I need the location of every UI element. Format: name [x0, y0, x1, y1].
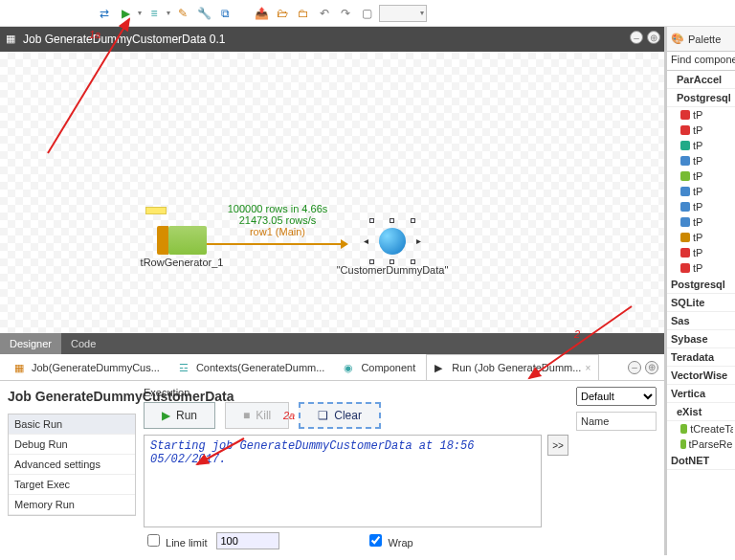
component-label: "CustomerDummyData" [335, 264, 450, 276]
component-label: tRowGenerator_1 [134, 257, 230, 268]
component-icon [680, 202, 690, 212]
undo-icon[interactable]: ↶ [316, 5, 333, 22]
palette-cat[interactable]: Sas [667, 312, 735, 330]
minimize-icon[interactable]: – [628, 361, 641, 374]
palette-item[interactable]: tP [667, 153, 735, 168]
flow-arrow-icon [341, 239, 348, 249]
component-icon [680, 125, 690, 135]
palette-cat[interactable]: SQLite [667, 294, 735, 312]
palette-item[interactable]: tCreateTable [667, 421, 735, 437]
nav-debug-run[interactable]: Debug Run [9, 435, 135, 455]
maximize-icon[interactable]: ⊕ [645, 361, 658, 374]
clear-button[interactable]: ❏Clear [299, 402, 381, 429]
expand-button[interactable]: >> [547, 435, 568, 456]
wrap-checkbox[interactable]: Wrap [366, 531, 412, 549]
palette-item[interactable]: tP [667, 138, 735, 153]
palette-cat-dotnet[interactable]: DotNET [667, 452, 735, 470]
play-dropdown[interactable]: ▾ [138, 9, 142, 17]
palette-item[interactable]: tP [667, 107, 735, 123]
component-icon [680, 187, 690, 196]
palette-item[interactable]: tP [667, 214, 735, 230]
chain-icon[interactable]: ⧉ [216, 5, 234, 22]
execution-label: Execution [144, 387, 568, 398]
stop-icon: ■ [243, 409, 250, 422]
tab-code[interactable]: Code [61, 333, 105, 354]
tab-job[interactable]: ▦Job(GenerateDummyCus... [6, 354, 168, 380]
run-view-icon: ▶ [434, 362, 448, 374]
palette-item[interactable]: tP [667, 123, 735, 138]
palette-item[interactable]: tP [667, 199, 735, 214]
run-button[interactable]: ▶Run [144, 402, 215, 429]
palette-cat[interactable]: Postgresql [667, 276, 735, 294]
palette-icon: 🎨 [671, 33, 684, 45]
redo-icon[interactable]: ↷ [337, 5, 354, 22]
clear-icon: ❏ [318, 409, 328, 422]
palette-cat[interactable]: Sybase [667, 330, 735, 348]
tab-run[interactable]: ▶Run (Job GenerateDumm...× [426, 354, 599, 380]
run-view: Job GenerateDummyCustomerData Basic Run … [0, 381, 664, 555]
run-nav: Basic Run Debug Run Advanced settings Ta… [8, 414, 136, 516]
editor-mode-tabs: Designer Code [0, 333, 664, 354]
editor-tab[interactable]: ▦ Job GenerateDummyCustomerData 0.1 × – … [0, 27, 664, 52]
palette-cat-paraccel[interactable]: ParAccel [667, 71, 735, 89]
open3-icon[interactable]: 🗀 [295, 5, 312, 22]
palette-item[interactable]: tP [667, 184, 735, 199]
zoom-combo[interactable]: ▾ [379, 5, 427, 22]
nav-basic-run[interactable]: Basic Run [9, 414, 135, 435]
doc-icon[interactable]: ▢ [358, 5, 375, 22]
tab-component[interactable]: ◉Component [335, 354, 424, 380]
design-canvas[interactable]: tRowGenerator_1 ◂ ▸ [0, 52, 664, 333]
component-icon [680, 248, 690, 258]
tab-designer[interactable]: Designer [0, 333, 61, 354]
palette-search[interactable]: Find component [667, 52, 735, 71]
palette-item[interactable]: tParseRecordSet [667, 437, 735, 452]
palette-item[interactable]: tP [667, 260, 735, 276]
palette-cat-postgresql[interactable]: Postgresql [667, 89, 735, 107]
flow-link[interactable] [207, 243, 343, 245]
component-icon: ◉ [344, 362, 357, 374]
subjob-header[interactable] [145, 207, 167, 214]
component-icon [680, 156, 690, 166]
minimize-icon[interactable]: – [630, 31, 643, 44]
open1-icon[interactable]: 📤 [253, 5, 270, 22]
component-icon [680, 263, 690, 273]
context-select[interactable]: Default [576, 387, 657, 406]
wrench-icon[interactable]: 🔧 [195, 5, 212, 22]
run-heading: Job GenerateDummyCustomerData [8, 389, 136, 404]
arrows-icon[interactable]: ⇄ [96, 5, 113, 22]
palette-panel: 🎨 Palette Find component ParAccel Postgr… [666, 27, 735, 555]
close-icon[interactable]: × [585, 363, 590, 373]
component-icon [680, 141, 690, 150]
component-icon [680, 424, 687, 434]
play-icon[interactable]: ▶ [117, 5, 134, 22]
db-icon[interactable]: ≡ [145, 5, 163, 22]
job-view-icon: ▦ [14, 362, 28, 374]
component-icon [680, 233, 690, 242]
maximize-icon[interactable]: ⊕ [647, 31, 660, 44]
nav-memory-run[interactable]: Memory Run [9, 495, 135, 515]
palette-cat[interactable]: VectorWise [667, 367, 735, 385]
contexts-icon: ☲ [179, 362, 192, 374]
palette-item[interactable]: tP [667, 168, 735, 184]
console-output[interactable]: Starting job GenerateDummyCustomerData a… [144, 435, 542, 527]
play-icon: ▶ [162, 409, 170, 422]
line-limit-input[interactable] [216, 532, 279, 549]
palette-item[interactable]: tP [667, 245, 735, 260]
open2-icon[interactable]: 🗁 [274, 5, 291, 22]
nav-advanced-settings[interactable]: Advanced settings [9, 455, 135, 475]
palette-cat[interactable]: Vertica [667, 385, 735, 403]
palette-cat-exist[interactable]: eXist [667, 403, 735, 421]
palette-cat[interactable]: Teradata [667, 348, 735, 367]
line-limit-checkbox[interactable]: Line limit [144, 531, 207, 549]
edit-icon[interactable]: ✎ [174, 5, 191, 22]
component-icon [680, 217, 690, 227]
editor-tab-title: Job GenerateDummyCustomerData 0.1 [23, 33, 646, 46]
top-toolbar: ⇄ ▶ ▾ ≡ ▾ ✎ 🔧 ⧉ 📤 🗁 🗀 ↶ ↷ ▢ ▾ [0, 0, 735, 27]
palette-item[interactable]: tP [667, 230, 735, 245]
nav-target-exec[interactable]: Target Exec [9, 475, 135, 495]
job-icon: ▦ [6, 33, 19, 46]
db-dropdown[interactable]: ▾ [167, 9, 170, 17]
tpostgresqloutput-icon [379, 228, 406, 255]
tab-contexts[interactable]: ☲Contexts(GenerateDumm... [170, 354, 334, 380]
palette-header[interactable]: 🎨 Palette [667, 27, 735, 52]
